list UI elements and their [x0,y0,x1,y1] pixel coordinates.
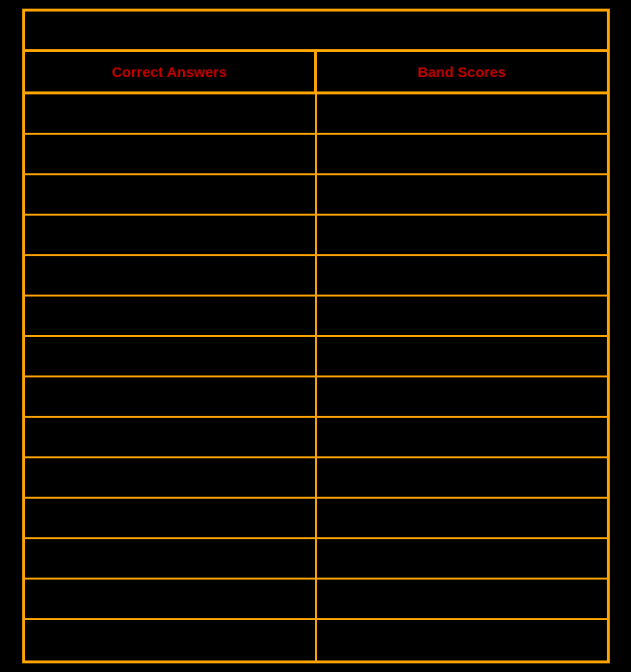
correct-answers-cell [25,499,317,537]
table-header-row: Correct Answers Band Scores [25,52,607,94]
correct-answers-cell [25,620,317,660]
table-row [25,499,607,539]
band-scores-cell [317,499,607,537]
band-scores-table: Correct Answers Band Scores [22,9,610,663]
correct-answers-cell [25,216,317,254]
band-scores-cell [317,620,607,660]
header-correct-answers: Correct Answers [25,52,318,91]
band-scores-cell [317,418,607,456]
correct-answers-cell [25,297,317,335]
table-row [25,256,607,297]
band-scores-cell [317,297,607,335]
table-row [25,297,607,337]
band-scores-cell [317,135,607,173]
band-scores-cell [317,216,607,254]
correct-answers-cell [25,539,317,578]
correct-answers-cell [25,418,317,456]
correct-answers-cell [25,256,317,295]
band-scores-cell [317,337,607,375]
header-band-scores: Band Scores [317,52,607,91]
band-scores-cell [317,256,607,295]
table-row [25,580,607,620]
table-row [25,418,607,458]
band-scores-cell [317,94,607,133]
band-scores-cell [317,458,607,497]
band-scores-cell [317,539,607,578]
table-row [25,94,607,135]
table-row [25,458,607,499]
correct-answers-cell [25,175,317,214]
table-title-row [25,12,607,52]
band-scores-cell [317,175,607,214]
table-row [25,216,607,256]
table-row [25,135,607,175]
correct-answers-cell [25,337,317,375]
table-row [25,337,607,377]
correct-answers-cell [25,580,317,618]
band-scores-cell [317,580,607,618]
table-row [25,377,607,418]
table-row [25,539,607,580]
band-scores-cell [317,377,607,416]
correct-answers-cell [25,377,317,416]
correct-answers-cell [25,458,317,497]
table-row [25,620,607,660]
correct-answers-cell [25,135,317,173]
correct-answers-cell [25,94,317,133]
table-row [25,175,607,216]
